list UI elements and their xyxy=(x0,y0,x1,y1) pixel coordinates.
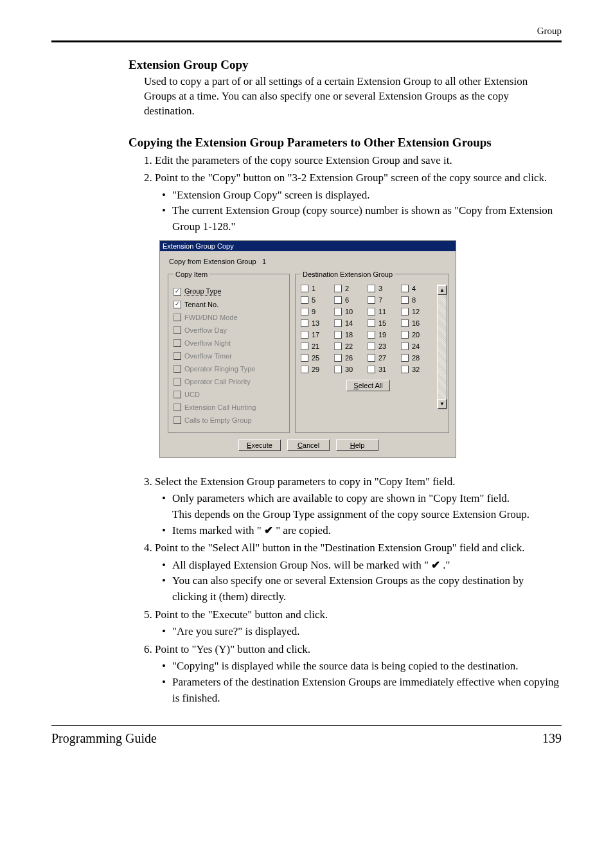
checkbox-icon[interactable] xyxy=(368,285,375,292)
dest-checkbox[interactable]: 25 xyxy=(301,354,333,362)
checkbox-icon xyxy=(173,391,181,398)
dialog-button-row: Execute Cancel Help xyxy=(168,439,449,451)
step-4-b1a: All displayed Extension Group Nos. will … xyxy=(172,559,431,571)
dest-checkbox[interactable]: 28 xyxy=(401,354,433,362)
checkbox-icon[interactable] xyxy=(334,308,342,315)
dest-checkbox[interactable]: 5 xyxy=(301,296,333,304)
dest-checkbox[interactable]: 8 xyxy=(401,296,433,304)
copy-from-num: 1 xyxy=(262,258,266,265)
checkbox-icon[interactable] xyxy=(401,331,409,339)
dest-checkbox[interactable]: 21 xyxy=(301,342,333,350)
dest-checkbox[interactable]: 9 xyxy=(301,308,333,315)
dest-checkbox[interactable]: 17 xyxy=(301,331,333,339)
dest-number-label: 28 xyxy=(412,354,420,362)
step-3-b2: Items marked with " ✔ " are copied. xyxy=(162,523,562,539)
dest-scrollbar[interactable]: ▲ ▼ xyxy=(437,285,447,409)
checkbox-icon[interactable] xyxy=(401,354,409,362)
checkbox-icon[interactable] xyxy=(368,331,375,339)
step-5-b1: "Are you sure?" is displayed. xyxy=(162,624,562,640)
checkbox-label: UCD xyxy=(184,391,200,398)
dest-number-label: 22 xyxy=(345,342,353,350)
dest-checkbox[interactable]: 31 xyxy=(368,366,400,373)
checkbox-icon[interactable] xyxy=(368,342,375,350)
checkbox-icon[interactable] xyxy=(401,285,409,292)
select-all-button[interactable]: Select All xyxy=(346,380,389,391)
checkbox-icon[interactable] xyxy=(334,366,342,373)
copy-from-text: Copy from Extension Group xyxy=(169,258,256,265)
dest-checkbox[interactable]: 32 xyxy=(401,366,433,373)
dest-checkbox[interactable]: 18 xyxy=(334,331,366,339)
dest-checkbox[interactable]: 2 xyxy=(334,285,366,292)
dest-checkbox[interactable]: 29 xyxy=(301,366,333,373)
dest-number-label: 8 xyxy=(412,296,416,304)
checkbox-icon[interactable] xyxy=(401,342,409,350)
checkbox-icon[interactable] xyxy=(301,296,308,304)
checkbox-icon xyxy=(173,339,181,347)
check-icon: ✔ xyxy=(264,524,273,536)
dest-checkbox[interactable]: 11 xyxy=(368,308,400,315)
dest-checkbox[interactable]: 1 xyxy=(301,285,333,292)
checkbox-icon[interactable] xyxy=(301,308,308,315)
checkbox-icon[interactable] xyxy=(334,285,342,292)
dialog-body: Copy from Extension Group 1 Copy Item Gr… xyxy=(160,251,456,457)
help-button[interactable]: Help xyxy=(336,439,378,451)
dest-checkbox[interactable]: 15 xyxy=(368,319,400,327)
checkbox-icon[interactable] xyxy=(401,308,409,315)
step-3-b1: Only parameters which are available to c… xyxy=(162,491,562,522)
scroll-up-icon[interactable]: ▲ xyxy=(438,285,447,295)
dialog: Extension Group Copy Copy from Extension… xyxy=(159,240,456,458)
copy-item-checkbox[interactable]: Tenant No. xyxy=(173,299,285,310)
dest-checkbox[interactable]: 19 xyxy=(368,331,400,339)
dest-checkbox[interactable]: 14 xyxy=(334,319,366,327)
dest-checkbox[interactable]: 12 xyxy=(401,308,433,315)
checkbox-icon[interactable] xyxy=(368,296,375,304)
checkbox-label: Operator Call Priority xyxy=(184,378,251,385)
checkbox-icon[interactable] xyxy=(301,285,308,292)
dest-checkbox[interactable]: 3 xyxy=(368,285,400,292)
checkbox-icon[interactable] xyxy=(301,366,308,373)
checkbox-icon[interactable] xyxy=(368,354,375,362)
checkbox-icon[interactable] xyxy=(401,319,409,327)
dest-checkbox[interactable]: 22 xyxy=(334,342,366,350)
footer-left: Programming Guide xyxy=(51,731,157,746)
dest-checkbox[interactable]: 10 xyxy=(334,308,366,315)
checkbox-label: Calls to Empty Group xyxy=(184,416,252,424)
step-6-b1: "Copying" is displayed while the source … xyxy=(162,659,562,675)
checkbox-icon[interactable] xyxy=(334,331,342,339)
checkbox-icon[interactable] xyxy=(368,366,375,373)
dest-number-label: 14 xyxy=(345,319,353,327)
dest-checkbox[interactable]: 20 xyxy=(401,331,433,339)
dest-number-label: 23 xyxy=(378,342,386,350)
checkbox-icon[interactable] xyxy=(334,354,342,362)
checkbox-icon[interactable] xyxy=(173,301,181,308)
scroll-down-icon[interactable]: ▼ xyxy=(438,399,447,409)
execute-button[interactable]: Execute xyxy=(238,439,281,451)
dest-checkbox[interactable]: 23 xyxy=(368,342,400,350)
dest-checkbox[interactable]: 26 xyxy=(334,354,366,362)
dest-checkbox[interactable]: 24 xyxy=(401,342,433,350)
step-4-bullets: All displayed Extension Group Nos. will … xyxy=(162,558,562,605)
checkbox-icon[interactable] xyxy=(301,354,308,362)
dest-checkbox[interactable]: 6 xyxy=(334,296,366,304)
dest-checkbox[interactable]: 4 xyxy=(401,285,433,292)
dest-checkbox[interactable]: 27 xyxy=(368,354,400,362)
dest-checkbox[interactable]: 13 xyxy=(301,319,333,327)
checkbox-icon[interactable] xyxy=(334,319,342,327)
cancel-button[interactable]: Cancel xyxy=(287,439,330,451)
checkbox-icon[interactable] xyxy=(401,366,409,373)
dest-checkbox[interactable]: 7 xyxy=(368,296,400,304)
checkbox-icon[interactable] xyxy=(334,342,342,350)
dest-checkbox[interactable]: 30 xyxy=(334,366,366,373)
checkbox-label: FWD/DND Mode xyxy=(184,314,238,321)
checkbox-icon[interactable] xyxy=(173,288,181,296)
checkbox-icon[interactable] xyxy=(368,308,375,315)
step-1: 1. Edit the parameters of the copy sourc… xyxy=(144,152,562,169)
checkbox-icon[interactable] xyxy=(401,296,409,304)
checkbox-icon[interactable] xyxy=(301,342,308,350)
checkbox-icon[interactable] xyxy=(301,319,308,327)
copy-item-checkbox[interactable]: Group Type xyxy=(173,286,285,297)
checkbox-icon[interactable] xyxy=(368,319,375,327)
dest-checkbox[interactable]: 16 xyxy=(401,319,433,327)
checkbox-icon[interactable] xyxy=(334,296,342,304)
checkbox-icon[interactable] xyxy=(301,331,308,339)
